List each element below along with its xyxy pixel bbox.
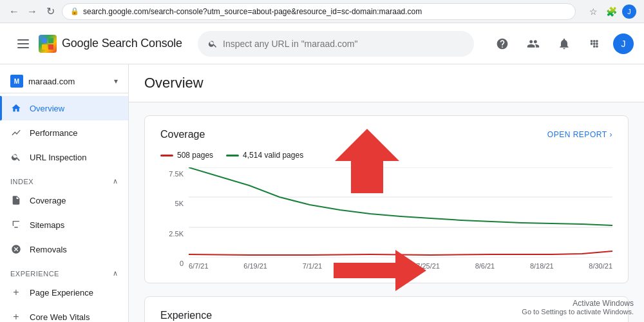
page-experience-label: Page Experience [30, 288, 93, 298]
open-report-chevron-icon: › [610, 130, 613, 139]
notifications-button[interactable] [551, 31, 577, 57]
legend-dot-errors [160, 155, 173, 156]
legend-label-valid: 4,514 valid pages [243, 151, 303, 160]
chart-legend: 508 pages 4,514 valid pages [160, 151, 612, 160]
forward-button[interactable]: → [26, 5, 39, 18]
index-section-header: Index ∧ [0, 169, 128, 188]
removals-icon [10, 243, 22, 255]
activate-windows: Activate Windows Go to Settings to activ… [522, 299, 634, 316]
removals-label: Removals [30, 245, 67, 254]
legend-item-errors: 508 pages [160, 151, 213, 160]
property-chevron-icon: ▾ [114, 77, 118, 86]
experience-label: Experience [10, 270, 59, 278]
logo-icon [39, 35, 57, 53]
sidebar-item-core-web-vitals[interactable]: + Core Web Vitals [0, 305, 128, 322]
property-selector[interactable]: M maraad.com ▾ [0, 70, 128, 93]
page-title: Overview [144, 75, 629, 91]
x-label-7: 8/18/21 [530, 262, 554, 270]
page-header: Overview [129, 64, 644, 102]
svg-rect-5 [42, 44, 47, 50]
open-report-text: OPEN REPORT [547, 130, 607, 139]
url-inspection-icon [10, 151, 22, 163]
x-label-5: 7/25/21 [416, 262, 440, 270]
experience-card-title: Experience [160, 310, 212, 321]
browser-actions: ☆ 🧩 J [586, 5, 636, 19]
x-label-4: 7/13/21 [357, 262, 381, 270]
legend-label-errors: 508 pages [177, 151, 213, 160]
svg-rect-4 [48, 38, 53, 43]
legend-dot-valid [226, 155, 239, 156]
y-label-2500: 2.5K [160, 230, 184, 238]
svg-rect-2 [17, 47, 29, 48]
x-label-2: 6/19/21 [243, 262, 267, 270]
browser-chrome: ← → ↻ 🔒 search.google.com/search-console… [0, 0, 644, 23]
home-icon [10, 102, 22, 114]
coverage-card-title: Coverage [160, 129, 205, 140]
sidebar-item-url-inspection[interactable]: URL Inspection [0, 145, 128, 169]
property-icon: M [10, 75, 23, 88]
sitemaps-label: Sitemaps [30, 220, 64, 230]
coverage-card: Coverage OPEN REPORT › 508 pages 4,514 v… [144, 115, 629, 283]
sidebar-item-performance[interactable]: Performance [0, 120, 128, 145]
core-web-vitals-label: Core Web Vitals [30, 312, 90, 322]
activate-windows-subtitle: Go to Settings to activate Windows. [522, 308, 634, 316]
main-layout: M maraad.com ▾ Overview Performance URL … [0, 64, 644, 322]
content-area: Overview Coverage OPEN REPORT › 508 page… [129, 64, 644, 322]
core-web-vitals-icon: + [10, 311, 22, 322]
svg-rect-6 [48, 44, 53, 50]
sidebar-item-overview[interactable]: Overview [0, 96, 128, 120]
refresh-button[interactable]: ↻ [44, 5, 57, 18]
search-bar[interactable] [198, 31, 474, 57]
y-label-7500: 7.5K [160, 170, 184, 178]
lock-icon: 🔒 [70, 7, 79, 15]
index-label: Index [10, 178, 33, 185]
open-report-link[interactable]: OPEN REPORT › [547, 130, 612, 139]
y-axis: 7.5K 5K 2.5K 0 [160, 167, 184, 270]
bookmark-icon[interactable]: ☆ [586, 5, 600, 19]
x-axis: 6/7/21 6/19/21 7/1/21 7/13/21 7/25/21 8/… [189, 262, 612, 270]
header-actions: J [489, 31, 634, 57]
user-avatar[interactable]: J [613, 33, 634, 54]
chart-plot: 6/7/21 6/19/21 7/1/21 7/13/21 7/25/21 8/… [189, 167, 612, 270]
app-title: Google Search Console [62, 37, 182, 50]
page-content: Coverage OPEN REPORT › 508 pages 4,514 v… [129, 102, 644, 322]
activate-windows-title: Activate Windows [522, 299, 634, 308]
sidebar-item-sitemaps[interactable]: Sitemaps [0, 213, 128, 237]
x-label-1: 6/7/21 [189, 262, 209, 270]
hamburger-button[interactable] [10, 31, 36, 57]
sidebar-item-removals[interactable]: Removals [0, 237, 128, 261]
x-label-3: 7/1/21 [303, 262, 323, 270]
x-label-6: 8/6/21 [475, 262, 495, 270]
sitemaps-icon [10, 219, 22, 231]
coverage-icon [10, 194, 22, 206]
search-icon [208, 39, 218, 49]
page-experience-icon: + [10, 287, 22, 298]
url-inspection-label: URL Inspection [30, 153, 86, 162]
coverage-label: Coverage [30, 196, 66, 205]
app-header: Google Search Console J [0, 23, 644, 64]
sidebar-item-coverage[interactable]: Coverage [0, 188, 128, 213]
performance-label: Performance [30, 128, 77, 138]
sidebar: M maraad.com ▾ Overview Performance URL … [0, 64, 129, 322]
profile-icon[interactable]: J [622, 5, 636, 19]
help-button[interactable] [489, 31, 515, 57]
performance-icon [10, 127, 22, 138]
experience-chevron-icon: ∧ [113, 269, 118, 278]
extensions-icon[interactable]: 🧩 [604, 5, 618, 19]
x-label-8: 8/30/21 [589, 262, 612, 270]
back-button[interactable]: ← [8, 5, 21, 18]
coverage-chart-svg [189, 167, 612, 258]
coverage-card-header: Coverage OPEN REPORT › [160, 129, 612, 140]
search-input[interactable] [223, 39, 464, 49]
overview-label: Overview [30, 104, 64, 113]
y-label-0: 0 [160, 260, 184, 267]
property-name: maraad.com [28, 77, 109, 86]
accounts-button[interactable] [520, 31, 546, 57]
index-chevron-icon: ∧ [113, 177, 118, 185]
sidebar-item-page-experience[interactable]: + Page Experience [0, 280, 128, 305]
svg-rect-0 [17, 39, 29, 41]
address-bar[interactable]: 🔒 search.google.com/search-console?utm_s… [62, 3, 576, 20]
apps-button[interactable] [582, 31, 608, 57]
svg-rect-3 [42, 38, 47, 43]
y-label-5000: 5K [160, 200, 184, 207]
